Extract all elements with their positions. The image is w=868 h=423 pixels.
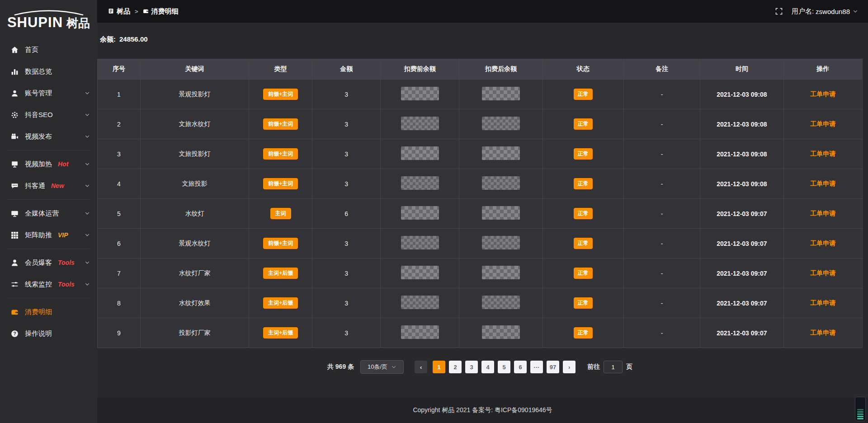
- work-order-link[interactable]: 工单申请: [810, 150, 835, 157]
- sidebar-item-label: 视频发布: [25, 132, 52, 141]
- table-header-row: 序号关键词类型金额扣费前余额扣费后余额状态备注时间操作: [98, 59, 863, 80]
- cell-index: 2: [98, 109, 141, 139]
- page-size-value: 10条/页: [368, 363, 387, 371]
- cell-amount: 6: [312, 199, 381, 229]
- fullscreen-icon[interactable]: [775, 8, 783, 15]
- breadcrumb-item[interactable]: 树品: [108, 7, 130, 16]
- work-order-link[interactable]: 工单申请: [810, 120, 835, 127]
- sidebar-divider: [7, 199, 90, 200]
- redacted-balance-after: [482, 87, 520, 100]
- sidebar-divider: [7, 150, 90, 150]
- cell-keyword: 景观投影灯: [140, 80, 249, 109]
- next-page-button[interactable]: ›: [563, 361, 576, 373]
- cell-time: 2021-12-03 09:07: [700, 199, 783, 229]
- sidebar-item-操作说明[interactable]: 操作说明: [0, 323, 97, 344]
- sidebar-item-label: 抖客通: [25, 182, 45, 190]
- column-header-扣费后余额: 扣费后余额: [459, 59, 542, 80]
- status-badge: 正常: [574, 148, 593, 159]
- brand-logo: SHUPIN 树品: [0, 0, 97, 35]
- sidebar-item-视频加热[interactable]: 视频加热 Hot: [0, 153, 97, 175]
- cell-time: 2021-12-03 09:07: [700, 229, 783, 258]
- cell-keyword: 文旅水纹灯: [140, 109, 249, 139]
- table-row: 9 投影灯厂家 主词+后缀 3 正常 - 2021-12-03 09:07 工单…: [98, 318, 863, 348]
- topbar-right: 用户名: zswodun88: [775, 7, 858, 16]
- chevron-down-icon: [85, 211, 90, 216]
- cell-remark: -: [624, 288, 700, 318]
- cell-amount: 3: [312, 258, 381, 288]
- cell-index: 3: [98, 139, 141, 169]
- goto-label: 前往: [587, 363, 600, 371]
- chevron-down-icon: [391, 364, 396, 370]
- page-size-select[interactable]: 10条/页: [360, 360, 404, 374]
- page-button-3[interactable]: 3: [465, 361, 478, 373]
- work-order-link[interactable]: 工单申请: [810, 210, 835, 217]
- cell-keyword: 水纹灯厂家: [140, 258, 249, 288]
- column-header-扣费前余额: 扣费前余额: [381, 59, 459, 80]
- browser-extension-widget[interactable]: [855, 397, 866, 421]
- work-order-link[interactable]: 工单申请: [810, 329, 835, 336]
- screen-icon: [11, 160, 19, 168]
- user-menu[interactable]: 用户名: zswodun88: [792, 7, 858, 16]
- sidebar-item-矩阵助推[interactable]: 矩阵助推 VIP: [0, 224, 97, 246]
- cell-remark: -: [624, 318, 700, 348]
- total-count: 共 969 条: [327, 363, 354, 371]
- username-value: zswodun88: [816, 8, 850, 15]
- goto-page-input[interactable]: [604, 361, 623, 373]
- work-order-link[interactable]: 工单申请: [810, 299, 835, 306]
- page-button-2[interactable]: 2: [449, 361, 462, 373]
- sidebar-divider: [7, 249, 90, 249]
- sidebar-item-全媒体运营[interactable]: 全媒体运营: [0, 202, 97, 224]
- type-badge: 主词+后缀: [263, 297, 298, 308]
- main-content: 余额:24856.00 序号关键词类型金额扣费前余额扣费后余额状态备注时间操作 …: [97, 23, 868, 398]
- page-button-4[interactable]: 4: [481, 361, 494, 373]
- redacted-balance-before: [401, 117, 439, 130]
- sidebar-item-会员爆客[interactable]: 会员爆客 Tools: [0, 252, 97, 273]
- sidebar-item-消费明细[interactable]: 消费明细: [0, 301, 97, 323]
- cell-amount: 3: [312, 318, 381, 348]
- cell-index: 9: [98, 318, 141, 348]
- type-badge: 主词+后缀: [263, 327, 298, 338]
- cell-keyword: 水纹灯效果: [140, 288, 249, 318]
- column-header-备注: 备注: [624, 59, 700, 80]
- sidebar-item-账号管理[interactable]: 账号管理: [0, 82, 97, 104]
- cell-remark: -: [624, 169, 700, 199]
- chevron-down-icon: [85, 183, 90, 188]
- bar-chart-icon: [11, 68, 19, 75]
- goto-suffix: 页: [626, 363, 632, 371]
- page-button-97[interactable]: 97: [547, 361, 559, 373]
- redacted-balance-after: [482, 117, 520, 130]
- users-icon: [11, 259, 19, 267]
- breadcrumb-item[interactable]: 消费明细: [143, 7, 179, 16]
- username-label: 用户名:: [792, 7, 814, 16]
- type-badge: 前缀+主词: [263, 178, 298, 189]
- monitor-icon: [11, 210, 19, 217]
- type-badge: 前缀+主词: [263, 238, 298, 249]
- cell-time: 2021-12-03 09:08: [700, 139, 783, 169]
- work-order-link[interactable]: 工单申请: [810, 240, 835, 247]
- sidebar-item-数据总览[interactable]: 数据总览: [0, 61, 97, 82]
- sidebar-item-抖客通[interactable]: 抖客通 New: [0, 175, 97, 197]
- balance-value: 24856.00: [119, 35, 148, 43]
- page-button-5[interactable]: 5: [498, 361, 510, 373]
- prev-page-button[interactable]: ‹: [415, 361, 427, 373]
- sidebar-item-抖音SEO[interactable]: 抖音SEO: [0, 104, 97, 126]
- cell-time: 2021-12-03 09:08: [700, 80, 783, 109]
- page-button-1[interactable]: 1: [433, 361, 445, 373]
- table-row: 1 景观投影灯 前缀+主词 3 正常 - 2021-12-03 09:08 工单…: [98, 80, 863, 109]
- balance-label: 余额:: [100, 35, 116, 43]
- cell-time: 2021-12-03 09:07: [700, 258, 783, 288]
- sidebar-item-线索监控[interactable]: 线索监控 Tools: [0, 273, 97, 295]
- page-button-6[interactable]: 6: [514, 361, 527, 373]
- page-ellipsis-button[interactable]: ···: [530, 361, 543, 373]
- work-order-link[interactable]: 工单申请: [810, 180, 835, 187]
- sidebar-item-首页[interactable]: 首页: [0, 39, 97, 61]
- redacted-balance-after: [482, 146, 520, 160]
- sidebar-item-视频发布[interactable]: 视频发布: [0, 126, 97, 147]
- work-order-link[interactable]: 工单申请: [810, 269, 835, 277]
- redacted-balance-after: [482, 325, 520, 339]
- chevron-down-icon: [85, 161, 90, 167]
- sidebar-item-label: 账号管理: [25, 89, 52, 98]
- cell-amount: 3: [312, 288, 381, 318]
- logo-text-cn: 树品: [66, 17, 90, 29]
- work-order-link[interactable]: 工单申请: [810, 90, 835, 98]
